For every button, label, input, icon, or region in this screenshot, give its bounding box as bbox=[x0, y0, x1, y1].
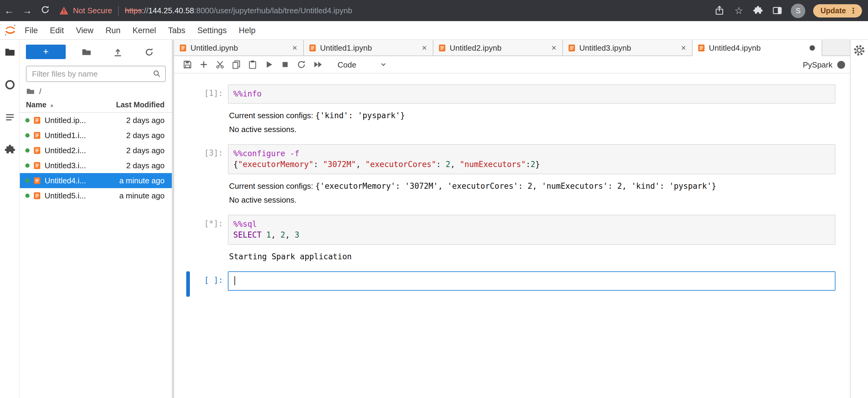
update-button[interactable]: Update ⋮ bbox=[813, 4, 862, 17]
menu-settings[interactable]: Settings bbox=[191, 26, 233, 35]
menu-view[interactable]: View bbox=[70, 26, 99, 35]
file-name: Untitled5.i... bbox=[44, 191, 119, 200]
code-line: SELECT 1, 2, 3 bbox=[233, 230, 830, 241]
breadcrumb[interactable]: / bbox=[20, 85, 172, 99]
kernel-running-dot bbox=[25, 163, 30, 167]
back-icon[interactable]: ← bbox=[0, 5, 18, 16]
restart-kernel-icon[interactable] bbox=[293, 56, 309, 73]
file-row[interactable]: Untitled5.i...a minute ago bbox=[20, 188, 172, 203]
warning-icon bbox=[59, 6, 69, 15]
profile-avatar[interactable]: S bbox=[791, 3, 805, 18]
file-row[interactable]: Untitled3.i...2 days ago bbox=[20, 158, 172, 173]
file-list: Untitled.ip...2 days agoUntitled1.i...2 … bbox=[20, 113, 172, 398]
share-icon[interactable] bbox=[714, 5, 725, 16]
panel-resize-handle[interactable] bbox=[172, 40, 174, 398]
cell-collapser[interactable] bbox=[186, 271, 190, 297]
cell-type-value: Code bbox=[338, 60, 356, 69]
column-modified-header[interactable]: Last Modified bbox=[116, 101, 164, 109]
side-panel-icon[interactable] bbox=[772, 5, 783, 16]
kernel-status-icon[interactable] bbox=[837, 61, 845, 68]
extensions-puzzle-icon[interactable] bbox=[752, 5, 764, 16]
bookmark-star-icon[interactable]: ☆ bbox=[733, 5, 744, 16]
kebab-menu-icon[interactable]: ⋮ bbox=[849, 6, 857, 15]
table-of-contents-icon[interactable] bbox=[4, 111, 16, 123]
file-modified: 2 days ago bbox=[126, 131, 164, 140]
cell-output: No active sessions. bbox=[228, 124, 835, 136]
paste-cells-icon[interactable] bbox=[244, 56, 260, 73]
notebook-scroll-area[interactable]: [1]:%%infoCurrent session configs: {'kin… bbox=[174, 73, 850, 398]
run-cell-icon[interactable] bbox=[260, 56, 277, 73]
cell-body: %%configure -f{"executorMemory": "3072M"… bbox=[228, 144, 835, 206]
menu-kernel[interactable]: Kernel bbox=[127, 26, 162, 35]
tab-Untitled4[interactable]: Untitled4.ipynb bbox=[692, 40, 822, 56]
tab-close-icon[interactable]: × bbox=[550, 43, 558, 53]
upload-icon[interactable] bbox=[112, 46, 124, 58]
notebook-file-icon bbox=[33, 147, 41, 154]
refresh-icon[interactable] bbox=[143, 46, 155, 58]
file-row[interactable]: Untitled2.i...2 days ago bbox=[20, 143, 172, 158]
gear-icon[interactable] bbox=[853, 44, 866, 57]
menu-run[interactable]: Run bbox=[99, 26, 127, 35]
file-row[interactable]: Untitled4.i...a minute ago bbox=[20, 173, 172, 188]
code-line bbox=[233, 276, 830, 286]
running-sessions-icon[interactable] bbox=[4, 79, 16, 90]
cell-prompt: [ ]: bbox=[190, 271, 223, 297]
menu-tabs[interactable]: Tabs bbox=[162, 26, 191, 35]
new-folder-icon[interactable] bbox=[80, 46, 92, 58]
notebook-tab-icon bbox=[179, 44, 187, 52]
file-row[interactable]: Untitled1.i...2 days ago bbox=[20, 128, 172, 143]
interrupt-kernel-icon[interactable] bbox=[277, 56, 293, 73]
extensions-icon[interactable] bbox=[4, 144, 16, 156]
cell-collapser[interactable] bbox=[186, 215, 190, 263]
text-cursor bbox=[235, 276, 236, 285]
menu-help[interactable]: Help bbox=[233, 26, 261, 35]
cut-cells-icon[interactable] bbox=[212, 56, 228, 73]
add-cell-icon[interactable] bbox=[195, 56, 212, 73]
cell-collapser[interactable] bbox=[186, 85, 190, 136]
notebook-cell: [*]:%%sqlSELECT 1, 2, 3Starting Spark ap… bbox=[174, 215, 850, 263]
cell-editor[interactable]: %%info bbox=[228, 85, 835, 104]
tab-Untitled2[interactable]: Untitled2.ipynb× bbox=[433, 40, 563, 56]
notebook-file-icon bbox=[33, 116, 41, 124]
filter-files-input[interactable] bbox=[26, 66, 166, 82]
file-modified: a minute ago bbox=[119, 176, 164, 185]
address-bar[interactable]: Not Secure https://144.25.40.58:8000/use… bbox=[59, 6, 714, 16]
kernel-name[interactable]: PySpark bbox=[803, 60, 832, 69]
tab-close-icon[interactable]: × bbox=[421, 43, 428, 53]
reload-icon[interactable] bbox=[36, 4, 54, 17]
tab-Untitled1[interactable]: Untitled1.ipynb× bbox=[304, 40, 433, 56]
tab-Untitled3[interactable]: Untitled3.ipynb× bbox=[563, 40, 692, 56]
restart-run-all-icon[interactable] bbox=[309, 56, 326, 73]
tab-bar-tabs: Untitled.ipynb×Untitled1.ipynb×Untitled2… bbox=[174, 40, 822, 56]
cell-output: Current session configs: {'kind': 'pyspa… bbox=[228, 110, 835, 122]
url-host: 144.25.40.58 bbox=[148, 6, 194, 15]
file-browser-toolbar: + bbox=[20, 40, 172, 62]
menu-file[interactable]: File bbox=[19, 26, 44, 35]
save-icon[interactable] bbox=[179, 56, 195, 73]
file-row[interactable]: Untitled.ip...2 days ago bbox=[20, 113, 172, 128]
breadcrumb-root[interactable]: / bbox=[39, 87, 41, 96]
tab-close-icon[interactable]: × bbox=[291, 43, 299, 53]
tab-close-icon[interactable]: × bbox=[680, 43, 687, 53]
file-browser-icon[interactable] bbox=[4, 46, 16, 58]
cell-type-select[interactable]: Code bbox=[334, 60, 391, 69]
cell-editor[interactable]: %%sqlSELECT 1, 2, 3 bbox=[228, 215, 835, 245]
notebook-tab-icon bbox=[698, 44, 705, 52]
cell-prompt: [1]: bbox=[190, 85, 223, 136]
file-name: Untitled1.i... bbox=[44, 131, 126, 140]
column-name-header[interactable]: Name ▲ bbox=[26, 101, 116, 109]
cell-editor[interactable]: %%configure -f{"executorMemory": "3072M"… bbox=[228, 144, 835, 174]
tab-label: Untitled3.ipynb bbox=[579, 43, 680, 52]
tab-Untitled[interactable]: Untitled.ipynb× bbox=[174, 40, 304, 56]
menu-edit[interactable]: Edit bbox=[44, 26, 70, 35]
code-line: %%configure -f bbox=[233, 148, 830, 159]
cell-editor[interactable] bbox=[228, 271, 835, 290]
new-launcher-button[interactable]: + bbox=[26, 44, 66, 59]
cell-body: %%sqlSELECT 1, 2, 3Starting Spark applic… bbox=[228, 215, 835, 263]
cell-collapser[interactable] bbox=[186, 144, 190, 206]
jupyter-logo bbox=[4, 24, 17, 37]
copy-cells-icon[interactable] bbox=[228, 56, 244, 73]
forward-icon[interactable]: → bbox=[18, 5, 36, 16]
url-path: :8000/user/jupyterhub/lab/tree/Untitled4… bbox=[194, 6, 352, 15]
tab-label: Untitled1.ipynb bbox=[320, 43, 421, 52]
